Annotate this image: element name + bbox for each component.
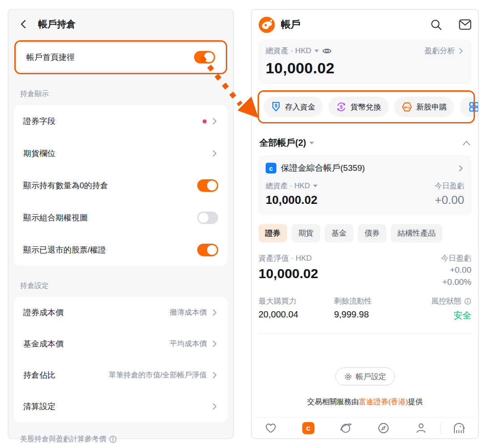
ipo-hexagon-icon: IPO <box>402 101 412 112</box>
account-pl-value: +0.00 <box>435 193 464 207</box>
back-icon[interactable] <box>19 20 28 29</box>
currency-exchange-button[interactable]: $ 貨幣兌換 <box>328 97 389 117</box>
chevron-right-icon <box>211 150 218 157</box>
product-tabs: 證券 期貨 基金 債券 結構性產品 <box>258 224 471 242</box>
total-assets-value: 10,000.02 <box>266 59 464 77</box>
risk-status-label[interactable]: 風控狀態 <box>431 296 471 306</box>
section-header-display: 持倉顯示 <box>20 89 221 99</box>
buying-power-label: 最大購買力 <box>258 296 334 306</box>
dropdown-triangle-icon <box>309 142 314 144</box>
setting-label: 期貨欄位 <box>23 148 55 159</box>
eye-icon[interactable] <box>322 47 332 55</box>
tab-securities[interactable]: 證券 <box>258 224 287 242</box>
account-settings-label: 帳戶設定 <box>356 372 386 382</box>
disclaimer-brand-link[interactable]: 富途證券(香港) <box>359 397 408 406</box>
setting-row-home-shortcut[interactable]: 帳戶首頁捷徑 <box>17 43 224 71</box>
chevron-right-icon <box>211 372 218 379</box>
toggle-home-shortcut[interactable] <box>194 51 215 63</box>
nav-vault[interactable] <box>441 422 478 434</box>
deposit-funds-button[interactable]: $ 存入資金 <box>263 97 323 117</box>
nav-profile[interactable] <box>402 422 440 434</box>
us-reference-price-row[interactable]: 美股持倉與盈虧計算參考價 <box>20 435 221 444</box>
setting-value: 平均成本價 <box>170 339 207 349</box>
gear-icon <box>344 372 352 381</box>
service-disclaimer: 交易相關服務由富途證券(香港)提供 <box>258 397 471 407</box>
chevron-right-icon <box>211 309 218 316</box>
setting-row-option-combo-view[interactable]: 顯示組合期權視圖 <box>23 202 218 234</box>
chevron-right-icon <box>458 48 464 54</box>
nav-market[interactable] <box>327 422 364 434</box>
setting-row-fund-cost[interactable]: 基金成本價 平均成本價 <box>23 328 218 359</box>
setting-row-liquidation[interactable]: 清算設定 <box>23 391 218 422</box>
net-asset-label: 資產淨值 · HKD <box>258 253 312 263</box>
collapse-chevron-up-icon[interactable] <box>462 140 470 146</box>
all-accounts-selector[interactable]: 全部帳戶(2) <box>259 137 314 149</box>
account-name: 保證金綜合帳戶(5359) <box>281 162 365 174</box>
ipo-subscription-button[interactable]: IPO 新股申購 <box>394 97 454 117</box>
svg-text:$: $ <box>275 103 277 108</box>
tab-funds[interactable]: 基金 <box>325 224 353 242</box>
margin-account-icon: c <box>266 163 276 173</box>
total-assets-label: 總資產 · HKD <box>266 46 311 56</box>
account-asset-value: 10,000.02 <box>266 193 318 207</box>
all-accounts-label: 全部帳戶(2) <box>259 137 306 149</box>
nav-account-active[interactable]: c <box>289 422 327 434</box>
positions-settings-screen: 帳戶持倉 帳戶首頁捷徑 持倉顯示 證券字段 期貨欄位 <box>8 9 234 439</box>
today-pl-label: 今日盈虧 <box>441 253 471 263</box>
tab-bonds[interactable]: 債券 <box>358 224 386 242</box>
total-assets-selector[interactable]: 總資產 · HKD <box>266 46 332 56</box>
quick-action-label: 存入資金 <box>285 102 315 112</box>
position-settings-card: 證券成本價 攤薄成本價 基金成本價 平均成本價 持倉佔比 <box>14 297 227 422</box>
account-home-screen: 帳戶 總資產 · HKD <box>251 9 479 439</box>
setting-row-position-ratio[interactable]: 持倉佔比 單筆持倉的市值/全部帳戶淨值 <box>23 359 218 391</box>
pl-analysis-label: 盈虧分析 <box>424 46 455 56</box>
setting-row-show-zero-positions[interactable]: 顯示持有數量為0的持倉 <box>23 169 218 202</box>
info-icon <box>464 298 471 305</box>
dropdown-triangle-icon <box>313 185 318 187</box>
account-asset-selector[interactable]: 總資產 · HKD <box>266 181 318 191</box>
search-icon[interactable] <box>430 19 442 31</box>
more-actions-button[interactable] <box>460 97 479 117</box>
toggle-show-zero-positions[interactable] <box>197 179 218 192</box>
nav-watchlist[interactable] <box>252 423 289 434</box>
grid-apps-icon <box>469 101 479 112</box>
liquidity-label: 剩餘流動性 <box>334 296 403 306</box>
buying-power-value: 20,000.04 <box>258 309 334 320</box>
disclaimer-prefix: 交易相關服務由 <box>307 397 359 406</box>
risk-status-value: 安全 <box>453 309 471 321</box>
margin-account-card[interactable]: c 保證金綜合帳戶(5359) 總資產 · HKD 今日盈虧 10,000.02 <box>258 155 471 215</box>
all-accounts-header: 全部帳戶(2) <box>259 137 470 149</box>
account-settings-button[interactable]: 帳戶設定 <box>335 368 395 385</box>
chevron-right-icon <box>211 403 218 410</box>
deposit-icon: $ <box>271 101 281 112</box>
setting-row-security-fields[interactable]: 證券字段 <box>23 105 218 137</box>
quick-action-label: 貨幣兌換 <box>351 102 381 112</box>
heart-icon <box>265 423 277 434</box>
setting-label: 基金成本價 <box>23 338 64 349</box>
section-divider <box>258 333 472 334</box>
toggle-delisted-stocks[interactable] <box>197 244 218 256</box>
setting-row-futures-fields[interactable]: 期貨欄位 <box>23 137 218 169</box>
pl-analysis-link[interactable]: 盈虧分析 <box>424 46 464 56</box>
today-pl-percent: +0.00% <box>442 276 471 288</box>
market-planet-icon <box>339 422 352 434</box>
tab-structured-products[interactable]: 結構性產品 <box>391 224 442 242</box>
annotation-highlight-left: 帳戶首頁捷徑 <box>14 40 227 74</box>
mail-icon[interactable] <box>459 19 471 30</box>
setting-row-security-cost[interactable]: 證券成本價 攤薄成本價 <box>23 297 218 328</box>
section-header-position-settings: 持倉設定 <box>20 281 221 291</box>
setting-label: 證券字段 <box>23 116 55 127</box>
futu-bull-logo-icon <box>258 17 275 33</box>
vault-elephant-icon <box>453 422 466 434</box>
setting-row-delisted-stocks[interactable]: 顯示已退市的股票/權證 <box>23 234 218 266</box>
liquidity-value: 9,999.98 <box>334 309 403 320</box>
left-header: 帳戶持倉 <box>8 10 233 36</box>
nav-discover[interactable] <box>365 422 402 434</box>
tab-futures[interactable]: 期貨 <box>292 224 320 242</box>
dropdown-triangle-icon <box>314 50 319 52</box>
toggle-knob <box>199 213 208 223</box>
today-pl-value: +0.00 <box>450 264 471 276</box>
toggle-option-combo-view[interactable] <box>197 211 218 224</box>
setting-value: 單筆持倉的市值/全部帳戶淨值 <box>109 370 207 380</box>
setting-label: 證券成本價 <box>23 307 64 318</box>
